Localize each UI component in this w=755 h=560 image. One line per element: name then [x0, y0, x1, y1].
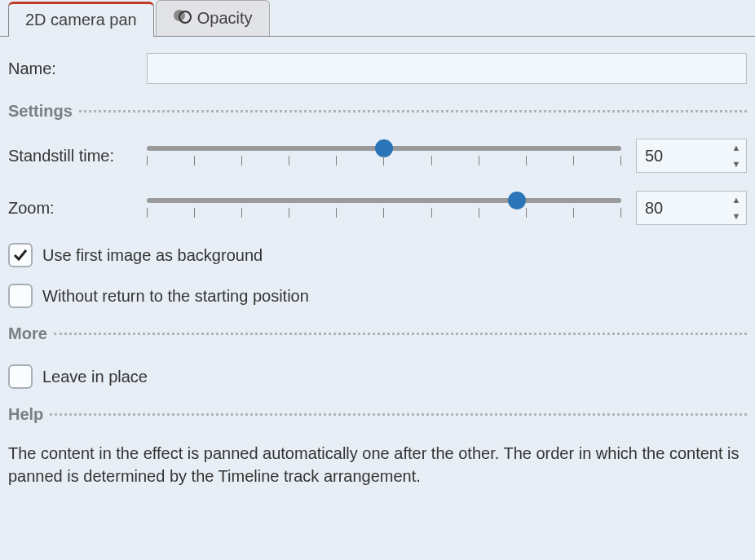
tab-bar: 2D camera pan Opacity [0, 0, 755, 37]
use-first-bg-label: Use first image as background [42, 246, 263, 265]
checkmark-icon [12, 247, 29, 263]
divider-dots [54, 333, 747, 335]
slider-thumb[interactable] [375, 139, 393, 157]
tab-label: Opacity [197, 9, 253, 28]
spin-up-icon[interactable]: ▲ [726, 139, 746, 156]
standstill-spinbox[interactable]: ▲ ▼ [636, 139, 747, 173]
help-text: The content in the effect is panned auto… [8, 442, 747, 487]
section-help: Help [8, 405, 747, 424]
section-settings: Settings [8, 102, 747, 121]
divider-dots [50, 413, 747, 416]
opacity-icon [173, 7, 192, 29]
spin-down-icon[interactable]: ▼ [726, 208, 746, 224]
spin-down-icon[interactable]: ▼ [726, 156, 746, 172]
zoom-spinbox[interactable]: ▲ ▼ [636, 191, 747, 225]
standstill-value-input[interactable] [637, 143, 726, 169]
zoom-slider[interactable] [147, 193, 621, 223]
use-first-bg-checkbox[interactable] [8, 243, 33, 267]
name-label: Name: [8, 60, 147, 78]
name-input[interactable] [147, 53, 747, 84]
slider-ticks [147, 156, 621, 167]
tab-2d-camera-pan[interactable]: 2D camera pan [8, 2, 154, 37]
tab-opacity[interactable]: Opacity [156, 0, 270, 36]
section-title: More [8, 324, 47, 343]
slider-thumb[interactable] [508, 192, 526, 209]
zoom-label: Zoom: [8, 199, 147, 218]
panel-body: Name: Settings Standstill time: ▲ ▼ Zoom… [0, 37, 755, 496]
leave-in-place-label: Leave in place [42, 368, 148, 386]
leave-in-place-checkbox[interactable] [8, 364, 33, 389]
section-more: More [8, 324, 747, 343]
without-return-checkbox[interactable] [8, 284, 33, 308]
section-title: Help [8, 405, 43, 424]
slider-ticks [147, 208, 621, 219]
section-title: Settings [8, 102, 73, 121]
standstill-label: Standstill time: [8, 147, 147, 165]
divider-dots [79, 110, 747, 112]
spin-up-icon[interactable]: ▲ [726, 192, 746, 208]
without-return-label: Without return to the starting position [42, 287, 309, 306]
standstill-slider[interactable] [147, 141, 621, 170]
slider-track [147, 198, 621, 203]
tab-label: 2D camera pan [25, 11, 137, 29]
zoom-value-input[interactable] [637, 196, 726, 221]
